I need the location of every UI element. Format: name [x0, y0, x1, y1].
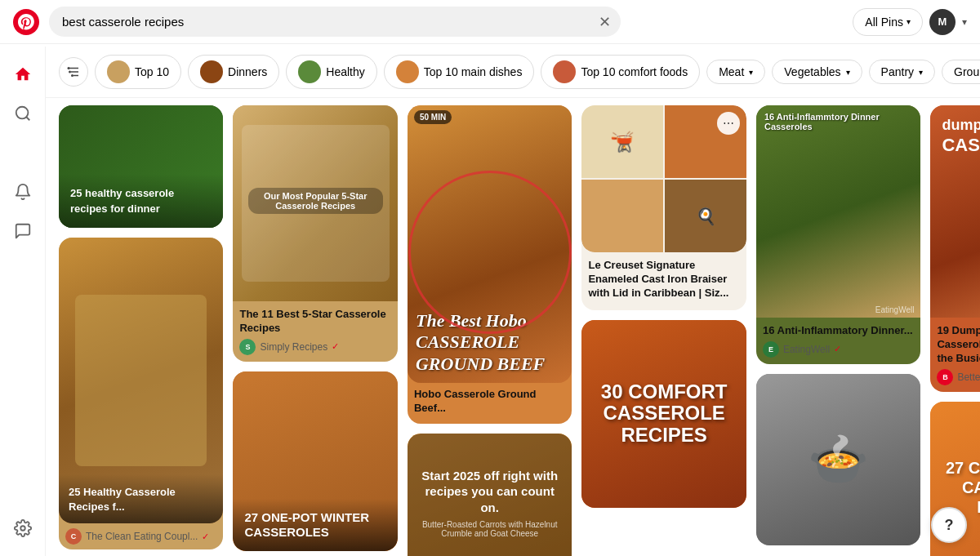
main-content: Top 10 Dinners Healthy Top 10 main dishe… — [46, 44, 980, 556]
pin-hover-overlay — [756, 105, 920, 364]
filter-chip-top10comfort[interactable]: Top 10 comfort foods — [541, 55, 700, 89]
pin-hover-overlay — [59, 105, 223, 228]
filter-label-top10main: Top 10 main dishes — [424, 65, 523, 78]
pin-card[interactable]: 25 healthy casserole recipes for dinner — [59, 105, 223, 228]
filter-chip-healthy[interactable]: Healthy — [286, 55, 376, 89]
svg-point-2 — [20, 526, 25, 531]
filter-chip-pantry[interactable]: Pantry ▾ — [869, 60, 935, 84]
pin-card[interactable]: 27 ONE-POT WINTER CASSEROLES — [233, 371, 397, 551]
pin-card[interactable]: Our Most Popular 5-Star Casserole Recipe… — [233, 105, 397, 362]
filter-chip-vegetables[interactable]: Vegetables ▾ — [772, 60, 862, 84]
svg-point-6 — [68, 67, 70, 69]
pins-grid: 25 healthy casserole recipes for dinner … — [46, 96, 980, 556]
filter-label-meat: Meat — [719, 65, 744, 78]
filter-chip-meat[interactable]: Meat ▾ — [706, 60, 765, 84]
filter-label-pantry: Pantry — [881, 65, 914, 78]
filter-chip-top10main[interactable]: Top 10 main dishes — [384, 55, 535, 89]
pin-hover-overlay — [408, 105, 572, 424]
pin-hover-overlay — [756, 374, 920, 545]
filter-chip-dinners[interactable]: Dinners — [188, 55, 279, 89]
filter-label-vegetables: Vegetables — [784, 65, 840, 78]
header: ✕ All Pins ▾ M ▾ — [0, 0, 980, 44]
svg-point-7 — [69, 71, 71, 73]
pin-card[interactable]: 50 MIN The Best HoboCASSEROLE GROUND BEE… — [408, 105, 572, 424]
sidebar-item-messages[interactable] — [5, 213, 41, 249]
search-bar: ✕ — [49, 7, 621, 37]
pin-hover-overlay — [233, 105, 397, 362]
pin-hover-overlay — [581, 105, 746, 310]
svg-point-8 — [71, 74, 74, 77]
filter-chip-groundbeef[interactable]: Ground beef — [942, 60, 980, 84]
search-clear-icon[interactable]: ✕ — [599, 13, 611, 31]
pin-card[interactable]: 25 Healthy Casserole Recipes f... C The … — [59, 238, 223, 549]
filter-label-healthy: Healthy — [326, 65, 364, 78]
pin-card[interactable]: 16 Anti-Inflammtory Dinner Casseroles Ea… — [756, 105, 920, 364]
chevron-down-icon: ▾ — [906, 17, 911, 26]
pin-card[interactable]: 30 COMFORT CASSEROLE RECIPES — [581, 320, 746, 508]
svg-point-0 — [13, 9, 39, 35]
pin-card[interactable]: 🍲 — [756, 374, 920, 545]
all-pins-button[interactable]: All Pins ▾ — [853, 8, 923, 36]
pin-hover-overlay — [930, 105, 980, 392]
pin-card[interactable]: dump & bakeCASSEROLES BHG 19 Dump and Ba… — [930, 105, 980, 392]
header-right: All Pins ▾ M ▾ — [853, 8, 967, 36]
user-avatar[interactable]: M — [929, 9, 956, 35]
global-help-button[interactable]: ? — [931, 507, 967, 543]
vegetables-chevron-icon: ▾ — [846, 68, 850, 77]
pin-hover-overlay — [59, 238, 223, 549]
pin-hover-overlay — [233, 371, 397, 551]
meat-chevron-icon: ▾ — [749, 68, 753, 77]
sidebar-item-explore[interactable] — [5, 96, 41, 131]
filter-label-groundbeef: Ground beef — [954, 65, 980, 78]
pin-hover-overlay — [408, 434, 572, 556]
sidebar — [0, 47, 46, 556]
search-input[interactable] — [49, 7, 621, 37]
layout: Top 10 Dinners Healthy Top 10 main dishe… — [0, 44, 980, 556]
filter-label-dinners: Dinners — [228, 65, 267, 78]
filter-adjust-button[interactable] — [59, 57, 88, 87]
pantry-chevron-icon: ▾ — [919, 68, 923, 77]
pinterest-logo[interactable] — [13, 9, 39, 35]
sidebar-item-notifications[interactable] — [5, 174, 41, 210]
sidebar-item-create[interactable] — [5, 135, 41, 171]
filter-label-top10: Top 10 — [135, 65, 169, 78]
svg-point-1 — [16, 107, 28, 119]
filter-label-top10comfort: Top 10 comfort foods — [581, 65, 688, 78]
sidebar-item-home[interactable] — [5, 56, 41, 92]
sidebar-item-settings[interactable] — [5, 510, 41, 546]
filter-chip-top10[interactable]: Top 10 — [95, 55, 181, 89]
pin-hover-overlay — [581, 320, 746, 508]
filter-bar: Top 10 Dinners Healthy Top 10 main dishe… — [46, 47, 980, 98]
pin-card[interactable]: Start 2025 off right with recipes you ca… — [408, 434, 572, 556]
pin-card[interactable]: 🫕 🍳 ⋯ Le Creuset Signature Enameled Cast… — [581, 105, 746, 310]
chevron-icon[interactable]: ▾ — [962, 16, 967, 28]
